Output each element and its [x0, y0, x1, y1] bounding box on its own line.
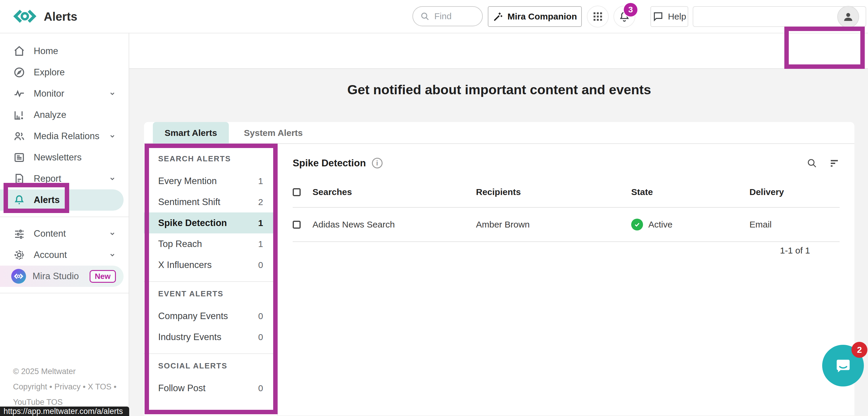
- tab-strip: Smart Alerts System Alerts: [144, 122, 855, 144]
- section-header-event-alerts: EVENT ALERTS: [158, 288, 277, 299]
- alert-nav-sentiment-shift[interactable]: Sentiment Shift 2: [144, 191, 277, 213]
- alert-nav-divider: [144, 353, 277, 354]
- panel-title: Spike Detection: [293, 158, 366, 169]
- column-header-recipients[interactable]: Recipients: [476, 187, 631, 197]
- alert-type-nav: SEARCH ALERTS Every Mention 1 Sentiment …: [144, 144, 278, 415]
- sidebar-item-monitor[interactable]: Monitor: [0, 83, 129, 104]
- chevron-down-icon: [107, 174, 117, 184]
- section-header-social-alerts: SOCIAL ALERTS: [158, 360, 277, 372]
- count-badge: 1: [258, 176, 263, 186]
- alert-nav-follow-post[interactable]: Follow Post 0: [144, 378, 277, 398]
- meltwater-logo-icon[interactable]: [12, 9, 37, 24]
- sort-icon[interactable]: [829, 158, 840, 168]
- user-avatar[interactable]: [837, 6, 859, 28]
- chevron-down-icon: [107, 89, 117, 99]
- pulse-icon: [13, 88, 25, 100]
- report-file-icon: [13, 172, 25, 185]
- copyright-text: © 2025 Meltwater: [13, 364, 117, 379]
- people-icon: [13, 130, 25, 142]
- sidebar-footer: © 2025 Meltwater Copyright • Privacy • X…: [13, 364, 117, 410]
- notification-count-badge[interactable]: 3: [623, 2, 638, 18]
- cell-search-name[interactable]: Adidas News Search: [312, 220, 476, 230]
- newsletter-icon: [13, 151, 25, 164]
- alert-nav-top-reach[interactable]: Top Reach 1: [144, 233, 277, 254]
- column-header-delivery[interactable]: Delivery: [749, 187, 840, 197]
- page-action-bar: [129, 33, 868, 69]
- alert-nav-industry-events[interactable]: Industry Events 0: [144, 326, 277, 348]
- chat-launcher-button[interactable]: 2: [822, 345, 864, 386]
- pagination-label: 1-1 of 1: [293, 242, 840, 259]
- search-icon: [420, 11, 430, 21]
- sidebar-item-newsletters[interactable]: Newsletters: [0, 147, 129, 168]
- column-header-state[interactable]: State: [631, 187, 749, 197]
- alert-nav-every-mention[interactable]: Every Mention 1: [144, 170, 277, 191]
- alert-nav-divider: [144, 281, 277, 282]
- sidebar-item-home[interactable]: Home: [0, 40, 129, 62]
- help-chat-icon: [652, 11, 664, 22]
- count-badge: 1: [258, 239, 263, 249]
- sidebar-item-mira-studio[interactable]: Mira Studio New: [0, 266, 124, 287]
- main-heading: Get notified about important content and…: [144, 82, 855, 97]
- count-badge: 1: [258, 218, 263, 228]
- alert-nav-x-influencers[interactable]: X Influencers 0: [144, 254, 277, 275]
- bar-chart-icon: [13, 109, 25, 121]
- count-badge: 0: [258, 311, 263, 321]
- spike-detection-panel: Spike Detection i Searches Recipients St…: [278, 144, 855, 415]
- chevron-down-icon: [107, 131, 117, 141]
- alerts-bell-icon: [13, 194, 25, 206]
- statusbar-url-tooltip: https://app.meltwater.com/a/alerts: [0, 407, 129, 416]
- tab-smart-alerts[interactable]: Smart Alerts: [153, 122, 229, 144]
- alerts-card: Smart Alerts System Alerts SEARCH ALERTS…: [144, 122, 855, 416]
- select-all-checkbox[interactable]: [293, 188, 301, 196]
- chevron-down-icon: [107, 229, 117, 239]
- sidebar-item-media-relations[interactable]: Media Relations: [0, 126, 129, 147]
- notifications-button[interactable]: 3: [614, 6, 635, 28]
- chevron-down-icon: [107, 250, 117, 260]
- count-badge: 0: [258, 383, 263, 393]
- cell-delivery: Email: [749, 220, 840, 230]
- sliders-icon: [13, 227, 25, 240]
- sidebar-item-analyze[interactable]: Analyze: [0, 104, 129, 126]
- table-row[interactable]: Adidas News Search Amber Brown Active Em…: [293, 207, 840, 242]
- top-bar: Alerts Find Mira Companion 3: [0, 0, 868, 33]
- new-badge: New: [90, 270, 116, 283]
- sidebar-item-explore[interactable]: Explore: [0, 62, 129, 83]
- help-button[interactable]: Help: [650, 6, 688, 27]
- active-check-icon: [631, 219, 643, 230]
- search-icon[interactable]: [807, 158, 817, 168]
- table-header-row: Searches Recipients State Delivery: [293, 177, 840, 207]
- page-title: Alerts: [44, 10, 77, 23]
- chat-unread-badge: 2: [851, 342, 867, 358]
- sidebar-item-alerts[interactable]: Alerts: [0, 189, 124, 211]
- count-badge: 0: [258, 332, 263, 342]
- column-header-searches[interactable]: Searches: [312, 187, 476, 197]
- grid-icon: [592, 11, 603, 22]
- count-badge: 2: [258, 197, 263, 207]
- sidebar-item-account[interactable]: Account: [0, 244, 129, 266]
- mira-companion-button[interactable]: Mira Companion: [488, 6, 582, 27]
- section-header-search-alerts: SEARCH ALERTS: [158, 153, 277, 165]
- tab-system-alerts[interactable]: System Alerts: [238, 122, 309, 144]
- count-badge: 0: [258, 260, 263, 270]
- cell-state: Active: [631, 219, 749, 230]
- alert-nav-spike-detection[interactable]: Spike Detection 1: [144, 213, 277, 233]
- find-search-input[interactable]: Find: [412, 6, 483, 26]
- sidebar-item-report[interactable]: Report: [0, 168, 129, 189]
- info-icon[interactable]: i: [372, 158, 382, 168]
- find-placeholder: Find: [434, 11, 452, 21]
- legal-links[interactable]: Copyright • Privacy • X TOS •: [13, 379, 117, 394]
- compass-icon: [13, 66, 25, 78]
- home-icon: [13, 45, 25, 57]
- mira-studio-logo-icon: [11, 269, 26, 284]
- cell-recipients: Amber Brown: [476, 220, 631, 230]
- sidebar-divider: [0, 293, 129, 293]
- chat-bubble-icon: [833, 355, 854, 376]
- sidebar-item-content[interactable]: Content: [0, 223, 129, 244]
- gear-icon: [13, 249, 25, 261]
- sidebar: Home Explore Monitor Analyze Media Relat…: [0, 33, 129, 416]
- row-checkbox[interactable]: [293, 221, 301, 229]
- person-icon: [842, 10, 855, 23]
- alert-nav-company-events[interactable]: Company Events 0: [144, 306, 277, 326]
- app-grid-button[interactable]: [587, 6, 609, 28]
- magic-wand-icon: [493, 11, 503, 22]
